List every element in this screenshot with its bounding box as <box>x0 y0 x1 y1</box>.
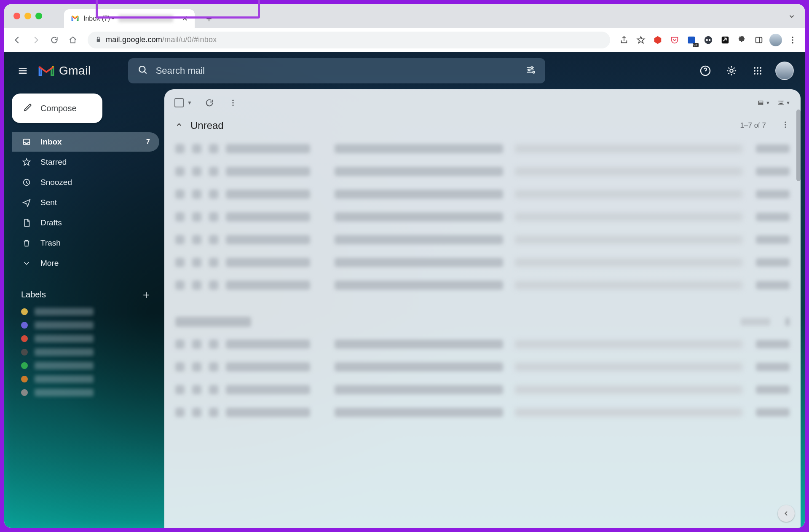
settings-gear-icon[interactable] <box>723 62 740 79</box>
extension-save-icon[interactable]: 9+ <box>685 34 698 46</box>
mail-row[interactable] <box>164 251 801 274</box>
tab-overflow-icon[interactable] <box>788 13 796 22</box>
mail-row[interactable] <box>164 356 801 378</box>
extension-send-icon[interactable] <box>719 34 731 46</box>
svg-point-10 <box>792 42 793 43</box>
svg-point-40 <box>785 122 786 123</box>
side-panel-icon[interactable] <box>753 34 765 46</box>
svg-point-30 <box>232 104 233 106</box>
sidebar-nav: Inbox 7 Starred Snoozed Sent <box>12 132 159 273</box>
mail-row[interactable] <box>164 333 801 356</box>
sidebar-item-sent[interactable]: Sent <box>12 193 159 212</box>
svg-point-8 <box>792 36 793 38</box>
browser-tab[interactable]: Inbox (7) - ✕ <box>64 9 195 28</box>
apps-grid-icon[interactable] <box>749 62 766 79</box>
mail-row[interactable] <box>164 183 801 206</box>
home-button[interactable] <box>66 33 80 47</box>
svg-point-16 <box>730 69 733 72</box>
extension-adblock-icon[interactable] <box>651 34 664 46</box>
gmail-wordmark: Gmail <box>59 64 91 78</box>
extension-pocket-icon[interactable] <box>668 34 681 46</box>
close-tab-icon[interactable]: ✕ <box>182 14 188 23</box>
gmail-favicon <box>71 14 79 23</box>
share-icon[interactable] <box>618 34 630 46</box>
minimize-window[interactable] <box>24 13 31 19</box>
sidebar-item-inbox[interactable]: Inbox 7 <box>12 132 159 152</box>
sidebar-item-label: More <box>40 259 59 268</box>
sidebar-label-item[interactable] <box>21 362 159 369</box>
sidebar-item-label: Snoozed <box>40 178 72 187</box>
tab-title: Inbox (7) - <box>83 15 114 22</box>
svg-point-11 <box>139 66 145 72</box>
select-dropdown-icon[interactable]: ▼ <box>187 100 192 106</box>
header-tools <box>697 61 794 80</box>
account-avatar[interactable] <box>775 61 794 80</box>
sidebar-label-item[interactable] <box>21 389 159 396</box>
svg-rect-26 <box>24 139 30 145</box>
svg-point-18 <box>757 67 758 69</box>
main-menu-icon[interactable] <box>15 63 30 78</box>
search-icon <box>137 64 148 77</box>
svg-rect-35 <box>779 102 780 102</box>
mail-row[interactable] <box>164 206 801 228</box>
split-pane-icon[interactable]: ▼ <box>758 96 770 109</box>
search-options-icon[interactable] <box>525 64 536 77</box>
svg-rect-36 <box>780 102 781 102</box>
section-header-blurred <box>164 313 801 333</box>
mail-row[interactable] <box>164 228 801 251</box>
add-label-icon[interactable]: ＋ <box>141 287 152 302</box>
sidebar-item-trash[interactable]: Trash <box>12 233 159 253</box>
sidebar-item-starred[interactable]: Starred <box>12 152 159 172</box>
forward-button[interactable] <box>29 33 43 47</box>
mail-list-panel: ▼ ▼ ▼ Unread 1–7 of 7 <box>164 89 801 528</box>
svg-point-17 <box>754 67 755 69</box>
reload-button[interactable] <box>47 33 62 47</box>
mail-row[interactable] <box>164 378 801 401</box>
sidebar-item-snoozed[interactable]: Snoozed <box>12 173 159 192</box>
close-window[interactable] <box>13 13 20 19</box>
sidebar-label-item[interactable] <box>21 375 159 383</box>
sidebar-label-item[interactable] <box>21 321 159 329</box>
input-tools-icon[interactable]: ▼ <box>778 96 790 109</box>
scrollbar-thumb[interactable] <box>796 110 801 181</box>
svg-point-29 <box>232 102 233 103</box>
sidebar-label-item[interactable] <box>21 335 159 342</box>
mail-row[interactable] <box>164 137 801 160</box>
svg-rect-38 <box>782 102 783 102</box>
compose-button[interactable]: Compose <box>12 94 102 123</box>
section-menu-icon[interactable] <box>781 120 790 131</box>
extension-eyes-icon[interactable] <box>702 34 715 46</box>
bookmark-star-icon[interactable] <box>635 34 647 46</box>
mail-toolbar: ▼ ▼ ▼ <box>164 89 801 116</box>
tab-strip: Inbox (7) - ✕ ＋ <box>4 4 805 28</box>
tab-title-redacted <box>118 15 173 22</box>
pencil-icon <box>23 102 33 115</box>
collapse-icon[interactable] <box>175 121 183 131</box>
mail-row[interactable] <box>164 274 801 297</box>
back-button[interactable] <box>10 33 24 47</box>
address-bar[interactable]: mail.google.com/mail/u/0/#inbox <box>88 32 610 48</box>
sidebar-label-item[interactable] <box>21 308 159 315</box>
svg-point-25 <box>760 73 761 75</box>
gmail-logo[interactable]: Gmail <box>38 64 91 78</box>
help-icon[interactable] <box>697 62 714 79</box>
chrome-profile-avatar[interactable] <box>769 34 782 46</box>
maximize-window[interactable] <box>35 13 42 19</box>
more-actions-icon[interactable] <box>227 96 239 109</box>
chrome-menu-icon[interactable] <box>786 34 799 46</box>
refresh-icon[interactable] <box>203 96 216 109</box>
svg-point-23 <box>754 73 755 75</box>
svg-point-4 <box>709 39 710 40</box>
search-input[interactable] <box>156 65 517 76</box>
mail-row[interactable] <box>164 160 801 183</box>
labels-title: Labels <box>21 290 46 299</box>
search-bar[interactable] <box>128 58 545 83</box>
sidebar-item-drafts[interactable]: Drafts <box>12 213 159 233</box>
mail-row[interactable] <box>164 401 801 424</box>
new-tab-button[interactable]: ＋ <box>201 11 217 26</box>
sidebar-label-item[interactable] <box>21 348 159 356</box>
extensions-puzzle-icon[interactable] <box>736 34 748 46</box>
side-panel-toggle-icon[interactable] <box>778 505 795 522</box>
sidebar-item-more[interactable]: More <box>12 254 159 273</box>
select-all-checkbox[interactable] <box>174 98 184 107</box>
